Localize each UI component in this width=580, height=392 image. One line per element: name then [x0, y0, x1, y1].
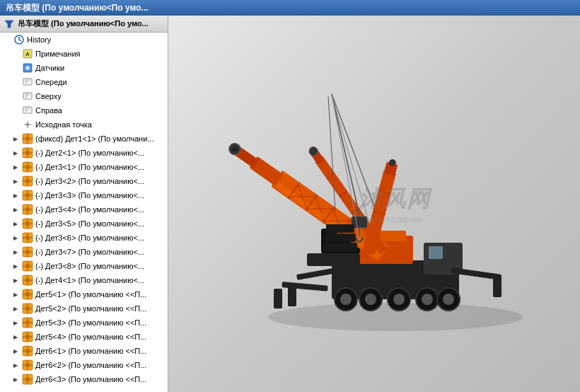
tree-item-det1-1[interactable]: ▶ (фиксd) Дет1<1> (По умолчани...: [0, 132, 168, 146]
svg-rect-106: [30, 322, 33, 323]
svg-rect-68: [27, 241, 28, 243]
tree-item-det5-2[interactable]: ▶ Дет5<2> (По умолчанию <<П...: [0, 301, 168, 316]
tree-arrow-det2-1[interactable]: ▶: [11, 147, 20, 158]
tree-container[interactable]: History A Примечания Датчики Спереди: [0, 33, 168, 392]
tree-arrow-top[interactable]: [11, 91, 20, 102]
tree-item-det3-8[interactable]: ▶ (-) Дет3<8> (По умолчанию<...: [0, 259, 168, 273]
tree-icon-det3-5: [22, 218, 33, 229]
tree-item-det3-6[interactable]: ▶ (-) Дет3<6> (По умолчанию<...: [0, 231, 168, 245]
tree-item-det5-4[interactable]: ▶ Дет5<4> (По умолчанию <<П...: [0, 330, 168, 344]
tree-arrow-sensors[interactable]: [11, 62, 20, 74]
tree-label-sensors: Датчики: [35, 64, 64, 72]
tree-arrow-det3-8[interactable]: ▶: [11, 260, 20, 272]
tree-arrow-det3-5[interactable]: ▶: [11, 218, 20, 229]
svg-point-140: [393, 294, 405, 305]
tree-arrow-front[interactable]: [11, 76, 20, 88]
svg-rect-40: [30, 166, 33, 168]
svg-rect-98: [27, 311, 28, 313]
tree-arrow-det3-6[interactable]: ▶: [11, 232, 20, 243]
tree-icon-origin: [22, 119, 33, 130]
tree-item-det3-1[interactable]: ▶ (-) Дет3<1> (По умолчанию<...: [0, 160, 168, 174]
svg-rect-94: [30, 294, 33, 295]
tree-arrow-det3-7[interactable]: ▶: [11, 246, 20, 258]
svg-text:A: A: [25, 51, 30, 57]
svg-rect-81: [23, 265, 25, 267]
tree-label-front: Спереди: [35, 78, 67, 86]
svg-point-30: [25, 151, 30, 155]
tree-item-notes[interactable]: A Примечания: [0, 47, 168, 61]
svg-point-90: [25, 292, 30, 296]
tree-arrow-history[interactable]: [3, 34, 11, 45]
svg-rect-52: [30, 195, 33, 196]
svg-rect-27: [23, 138, 25, 139]
main-layout: 吊车模型 (По умолчанию<По умо... History A П…: [0, 16, 580, 392]
tree-item-det5-1[interactable]: ▶ Дет5<1> (По умолчанию <<П...: [0, 287, 168, 301]
tree-item-front[interactable]: Спереди: [0, 75, 168, 89]
tree-label-det3-8: (-) Дет3<8> (По умолчанию<...: [35, 262, 144, 270]
tree-arrow-det4-1[interactable]: ▶: [11, 275, 20, 286]
svg-rect-116: [27, 354, 28, 356]
tree-item-sensors[interactable]: Датчики: [0, 61, 168, 75]
tree-arrow-det5-4[interactable]: ▶: [11, 331, 20, 342]
tree-item-det3-2[interactable]: ▶ (-) Дет3<2> (По умолчанию<...: [0, 174, 168, 188]
tree-arrow-det5-3[interactable]: ▶: [11, 317, 20, 328]
tree-arrow-det3-2[interactable]: ▶: [11, 175, 20, 187]
svg-rect-33: [23, 152, 25, 154]
tree-item-det3-3[interactable]: ▶ (-) Дет3<3> (По умолчанию<...: [0, 188, 168, 202]
tree-arrow-det6-2[interactable]: ▶: [11, 359, 20, 371]
svg-point-36: [25, 165, 30, 169]
svg-point-126: [25, 377, 30, 381]
tree-arrow-det6-1[interactable]: ▶: [11, 345, 20, 357]
tree-arrow-det6-3[interactable]: ▶: [11, 374, 20, 385]
svg-point-138: [365, 294, 376, 305]
svg-point-60: [25, 221, 30, 226]
filter-icon[interactable]: [4, 18, 15, 30]
svg-rect-154: [307, 253, 360, 266]
tree-label-det3-6: (-) Дет3<6> (По умолчанию<...: [35, 234, 144, 242]
tree-item-history[interactable]: History: [0, 33, 168, 47]
svg-rect-37: [27, 162, 28, 164]
tree-item-det6-3[interactable]: ▶ Дет6<3> (По умолчанию <<П...: [0, 372, 168, 386]
tree-item-det6-1[interactable]: ▶ Дет6<1> (По умолчанию <<П...: [0, 344, 168, 358]
tree-icon-det5-4: [22, 331, 33, 342]
svg-rect-69: [23, 237, 25, 238]
svg-point-114: [25, 349, 30, 353]
svg-rect-76: [30, 251, 33, 253]
tree-item-det4-1[interactable]: ▶ (-) Дет4<1> (По умолчанию<...: [0, 273, 168, 287]
tree-item-top[interactable]: Сверху: [0, 89, 168, 103]
tree-arrow-det5-2[interactable]: ▶: [11, 303, 20, 314]
svg-rect-16: [23, 107, 32, 113]
svg-rect-28: [30, 138, 33, 139]
svg-rect-150: [274, 289, 282, 309]
tree-item-det3-4[interactable]: ▶ (-) Дет3<4> (По умолчанию<...: [0, 202, 168, 217]
tree-arrow-det3-1[interactable]: ▶: [11, 161, 20, 173]
tree-label-det5-3: Дет5<3> (По умолчанию <<П...: [35, 318, 146, 327]
svg-point-136: [340, 294, 352, 305]
tree-item-det2-1[interactable]: ▶ (-) Дет2<1> (По умолчанию<...: [0, 146, 168, 160]
tree-icon-det2-1: [22, 147, 33, 158]
tree-label-det3-4: (-) Дет3<4> (По умолчанию<...: [35, 205, 144, 214]
svg-rect-85: [27, 275, 28, 277]
tree-item-origin[interactable]: Исходная точка: [0, 117, 168, 132]
svg-rect-80: [27, 269, 28, 271]
tree-arrow-det3-4[interactable]: ▶: [11, 204, 20, 215]
tree-label-det3-2: (-) Дет3<2> (По умолчанию<...: [35, 177, 144, 185]
svg-rect-39: [23, 166, 25, 168]
tree-label-det3-1: (-) Дет3<1> (По умолчанию<...: [35, 163, 144, 171]
tree-item-right[interactable]: Справа: [0, 103, 168, 117]
tree-item-det5-3[interactable]: ▶ Дет5<3> (По умолчанию <<П...: [0, 316, 168, 330]
tree-item-det6-2[interactable]: ▶ Дет6<2> (По умолчанию <<П...: [0, 358, 168, 372]
tree-arrow-det5-1[interactable]: ▶: [11, 289, 20, 300]
tree-item-det3-5[interactable]: ▶ (-) Дет3<5> (По умолчанию<...: [0, 217, 168, 231]
tree-label-notes: Примечания: [35, 50, 81, 58]
tree-arrow-origin[interactable]: [11, 119, 20, 130]
tree-arrow-notes[interactable]: [11, 48, 20, 59]
tree-arrow-det3-3[interactable]: ▶: [11, 190, 20, 201]
tree-icon-det3-8: [22, 260, 33, 272]
tree-arrow-det1-1[interactable]: ▶: [11, 133, 20, 144]
svg-rect-31: [27, 148, 28, 150]
svg-point-96: [25, 306, 30, 311]
tree-item-det3-7[interactable]: ▶ (-) Дет3<7> (По умолчанию<...: [0, 245, 168, 259]
tree-arrow-right[interactable]: [11, 105, 20, 116]
tree-label-det6-3: Дет6<3> (По умолчанию <<П...: [35, 375, 146, 384]
